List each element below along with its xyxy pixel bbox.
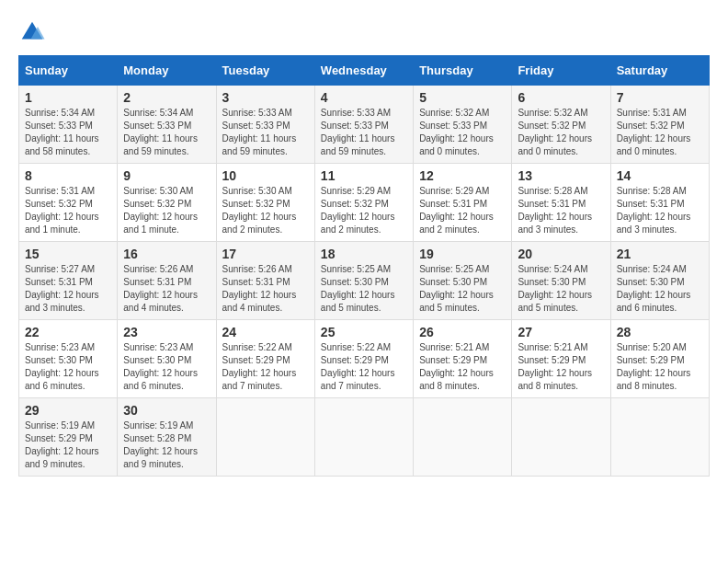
day-info: Sunrise: 5:25 AM Sunset: 5:30 PM Dayligh… <box>419 263 506 315</box>
day-info: Sunrise: 5:34 AM Sunset: 5:33 PM Dayligh… <box>25 107 111 158</box>
calendar-week-3: 22Sunrise: 5:23 AM Sunset: 5:30 PM Dayli… <box>19 320 710 398</box>
calendar-cell: 14Sunrise: 5:28 AM Sunset: 5:31 PM Dayli… <box>610 164 709 242</box>
day-info: Sunrise: 5:20 AM Sunset: 5:29 PM Dayligh… <box>617 341 703 393</box>
day-number: 22 <box>25 325 111 339</box>
calendar-week-0: 1Sunrise: 5:34 AM Sunset: 5:33 PM Daylig… <box>19 86 710 164</box>
day-number: 11 <box>321 168 407 183</box>
day-info: Sunrise: 5:27 AM Sunset: 5:31 PM Dayligh… <box>25 263 111 315</box>
day-info: Sunrise: 5:33 AM Sunset: 5:33 PM Dayligh… <box>222 107 309 158</box>
day-number: 19 <box>419 247 506 261</box>
calendar-cell <box>414 398 512 477</box>
column-header-saturday: Saturday <box>610 56 709 86</box>
day-info: Sunrise: 5:34 AM Sunset: 5:33 PM Dayligh… <box>123 107 210 158</box>
calendar-cell: 16Sunrise: 5:26 AM Sunset: 5:31 PM Dayli… <box>118 242 216 320</box>
calendar-cell: 20Sunrise: 5:24 AM Sunset: 5:30 PM Dayli… <box>512 242 610 320</box>
day-number: 9 <box>123 168 210 183</box>
day-info: Sunrise: 5:21 AM Sunset: 5:29 PM Dayligh… <box>518 341 604 393</box>
calendar-cell: 7Sunrise: 5:31 AM Sunset: 5:32 PM Daylig… <box>610 86 709 164</box>
day-info: Sunrise: 5:31 AM Sunset: 5:32 PM Dayligh… <box>25 185 111 236</box>
day-number: 15 <box>25 247 111 261</box>
day-number: 21 <box>617 247 703 261</box>
day-info: Sunrise: 5:22 AM Sunset: 5:29 PM Dayligh… <box>321 341 407 393</box>
day-number: 1 <box>25 90 111 105</box>
day-number: 26 <box>419 325 506 339</box>
calendar-cell: 21Sunrise: 5:24 AM Sunset: 5:30 PM Dayli… <box>610 242 709 320</box>
day-info: Sunrise: 5:24 AM Sunset: 5:30 PM Dayligh… <box>518 263 604 315</box>
column-header-friday: Friday <box>512 56 610 86</box>
day-number: 18 <box>321 247 407 261</box>
column-header-thursday: Thursday <box>414 56 512 86</box>
day-number: 23 <box>123 325 210 339</box>
day-number: 17 <box>222 247 309 261</box>
calendar-cell: 4Sunrise: 5:33 AM Sunset: 5:33 PM Daylig… <box>314 86 413 164</box>
logo-icon <box>18 18 46 46</box>
calendar-cell: 1Sunrise: 5:34 AM Sunset: 5:33 PM Daylig… <box>19 86 118 164</box>
calendar-cell: 10Sunrise: 5:30 AM Sunset: 5:32 PM Dayli… <box>216 164 314 242</box>
calendar-week-4: 29Sunrise: 5:19 AM Sunset: 5:29 PM Dayli… <box>19 398 710 477</box>
calendar-week-2: 15Sunrise: 5:27 AM Sunset: 5:31 PM Dayli… <box>19 242 710 320</box>
calendar-cell: 23Sunrise: 5:23 AM Sunset: 5:30 PM Dayli… <box>118 320 216 398</box>
calendar-cell <box>314 398 413 477</box>
day-number: 13 <box>518 168 604 183</box>
calendar-cell: 22Sunrise: 5:23 AM Sunset: 5:30 PM Dayli… <box>19 320 118 398</box>
calendar-table: SundayMondayTuesdayWednesdayThursdayFrid… <box>18 55 710 477</box>
calendar-cell: 29Sunrise: 5:19 AM Sunset: 5:29 PM Dayli… <box>19 398 118 477</box>
logo <box>18 18 50 46</box>
day-info: Sunrise: 5:19 AM Sunset: 5:28 PM Dayligh… <box>123 419 210 471</box>
calendar-cell: 27Sunrise: 5:21 AM Sunset: 5:29 PM Dayli… <box>512 320 610 398</box>
calendar-cell: 15Sunrise: 5:27 AM Sunset: 5:31 PM Dayli… <box>19 242 118 320</box>
calendar-cell <box>512 398 610 477</box>
column-header-monday: Monday <box>118 56 216 86</box>
calendar-cell: 17Sunrise: 5:26 AM Sunset: 5:31 PM Dayli… <box>216 242 314 320</box>
calendar-cell: 6Sunrise: 5:32 AM Sunset: 5:32 PM Daylig… <box>512 86 610 164</box>
calendar-cell: 9Sunrise: 5:30 AM Sunset: 5:32 PM Daylig… <box>118 164 216 242</box>
calendar-cell: 30Sunrise: 5:19 AM Sunset: 5:28 PM Dayli… <box>118 398 216 477</box>
day-info: Sunrise: 5:26 AM Sunset: 5:31 PM Dayligh… <box>123 263 210 315</box>
day-number: 29 <box>25 403 111 418</box>
day-info: Sunrise: 5:29 AM Sunset: 5:32 PM Dayligh… <box>321 185 407 236</box>
day-info: Sunrise: 5:23 AM Sunset: 5:30 PM Dayligh… <box>25 341 111 393</box>
page-header <box>18 18 710 46</box>
day-info: Sunrise: 5:30 AM Sunset: 5:32 PM Dayligh… <box>123 185 210 236</box>
calendar-week-1: 8Sunrise: 5:31 AM Sunset: 5:32 PM Daylig… <box>19 164 710 242</box>
calendar-cell: 24Sunrise: 5:22 AM Sunset: 5:29 PM Dayli… <box>216 320 314 398</box>
calendar-cell <box>610 398 709 477</box>
column-header-sunday: Sunday <box>19 56 118 86</box>
calendar-cell <box>216 398 314 477</box>
calendar-cell: 11Sunrise: 5:29 AM Sunset: 5:32 PM Dayli… <box>314 164 413 242</box>
day-number: 5 <box>419 90 506 105</box>
day-info: Sunrise: 5:19 AM Sunset: 5:29 PM Dayligh… <box>25 419 111 471</box>
day-info: Sunrise: 5:24 AM Sunset: 5:30 PM Dayligh… <box>617 263 703 315</box>
calendar-cell: 28Sunrise: 5:20 AM Sunset: 5:29 PM Dayli… <box>610 320 709 398</box>
day-info: Sunrise: 5:29 AM Sunset: 5:31 PM Dayligh… <box>419 185 506 236</box>
calendar-cell: 12Sunrise: 5:29 AM Sunset: 5:31 PM Dayli… <box>414 164 512 242</box>
calendar-cell: 5Sunrise: 5:32 AM Sunset: 5:33 PM Daylig… <box>414 86 512 164</box>
day-info: Sunrise: 5:32 AM Sunset: 5:33 PM Dayligh… <box>419 107 506 158</box>
day-number: 14 <box>617 168 703 183</box>
day-info: Sunrise: 5:33 AM Sunset: 5:33 PM Dayligh… <box>321 107 407 158</box>
column-header-wednesday: Wednesday <box>314 56 413 86</box>
day-number: 25 <box>321 325 407 339</box>
day-info: Sunrise: 5:30 AM Sunset: 5:32 PM Dayligh… <box>222 185 309 236</box>
day-number: 12 <box>419 168 506 183</box>
calendar-header-row: SundayMondayTuesdayWednesdayThursdayFrid… <box>19 56 710 86</box>
calendar-cell: 13Sunrise: 5:28 AM Sunset: 5:31 PM Dayli… <box>512 164 610 242</box>
day-info: Sunrise: 5:23 AM Sunset: 5:30 PM Dayligh… <box>123 341 210 393</box>
day-number: 2 <box>123 90 210 105</box>
day-number: 4 <box>321 90 407 105</box>
day-number: 10 <box>222 168 309 183</box>
calendar-cell: 26Sunrise: 5:21 AM Sunset: 5:29 PM Dayli… <box>414 320 512 398</box>
day-info: Sunrise: 5:28 AM Sunset: 5:31 PM Dayligh… <box>617 185 703 236</box>
calendar-cell: 18Sunrise: 5:25 AM Sunset: 5:30 PM Dayli… <box>314 242 413 320</box>
day-info: Sunrise: 5:32 AM Sunset: 5:32 PM Dayligh… <box>518 107 604 158</box>
day-number: 20 <box>518 247 604 261</box>
calendar-cell: 25Sunrise: 5:22 AM Sunset: 5:29 PM Dayli… <box>314 320 413 398</box>
day-info: Sunrise: 5:31 AM Sunset: 5:32 PM Dayligh… <box>617 107 703 158</box>
day-number: 7 <box>617 90 703 105</box>
day-info: Sunrise: 5:26 AM Sunset: 5:31 PM Dayligh… <box>222 263 309 315</box>
day-number: 28 <box>617 325 703 339</box>
day-number: 24 <box>222 325 309 339</box>
day-number: 30 <box>123 403 210 418</box>
day-number: 6 <box>518 90 604 105</box>
calendar-cell: 3Sunrise: 5:33 AM Sunset: 5:33 PM Daylig… <box>216 86 314 164</box>
